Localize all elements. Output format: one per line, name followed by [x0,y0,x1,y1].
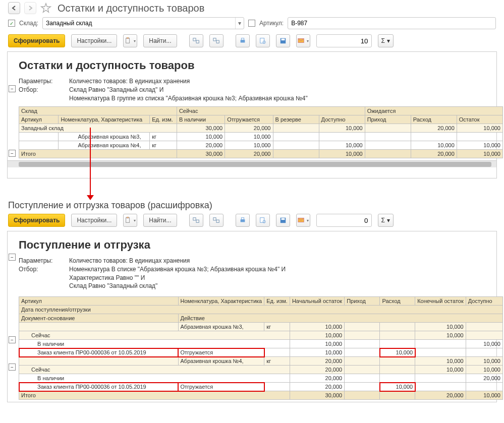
expand-icon [193,37,200,44]
footer-label: Итого [19,391,290,400]
cell: 20,000 [466,374,502,383]
tree-collapse-g1[interactable]: − [9,336,16,343]
svg-rect-2 [193,38,195,41]
collapse-groups-button-2[interactable] [209,214,223,227]
save-button-2[interactable] [276,214,290,227]
cell-nom[interactable]: Абразивная крошка №4, [178,357,264,366]
favorite-star-icon[interactable] [40,3,51,14]
printer-icon [239,217,246,224]
sum-button[interactable]: Σ▾ [378,34,394,47]
cell: 30,000 [177,124,225,133]
find-button[interactable]: Найти... [143,34,177,47]
sku-checkbox[interactable]: ✓ [248,20,255,27]
cell: 20,000 [290,357,344,366]
cell: 10,000 [319,124,365,133]
col-start: Начальный остаток [290,297,344,306]
param-value: Количество товаров: В единицах хранения [69,77,190,86]
email-button-2[interactable]: ▾ [296,214,310,227]
print-button-2[interactable] [236,214,250,227]
generate-button-2[interactable]: Сформировать [8,214,65,227]
filter-value-2: Номенклатура В группе из списка "Абразив… [69,94,308,103]
cell-unit: кг [264,323,290,331]
svg-rect-18 [216,220,219,222]
tree-collapse-g2[interactable]: − [9,364,16,371]
col-out: Расход [380,297,415,306]
drilldown-arrow-icon [90,128,91,196]
cell: 20,000 [225,124,273,133]
page-title: Остатки и доступность товаров [58,3,204,14]
svg-rect-13 [126,218,130,223]
cell-now[interactable]: Сейчас [19,331,290,340]
settings-button[interactable]: Настройки... [71,34,117,47]
col-avail: Доступно [466,297,502,306]
group-warehouse[interactable]: Западный склад [19,124,177,133]
expand-groups-button-2[interactable] [189,214,203,227]
col-avail: Доступно [319,115,365,124]
filter-v1: Номенклатура В списке "Абразивная крошка… [69,265,286,274]
cell: 10,000 [177,133,225,141]
svg-rect-1 [127,37,129,39]
param-label: Параметры: [19,77,59,86]
tree-collapse-row-button[interactable]: − [9,150,16,157]
generate-button[interactable]: Сформировать [8,34,65,47]
find-button-2[interactable]: Найти... [143,214,177,227]
tree-collapse-button[interactable]: − [9,85,16,92]
settings-label: Настройки... [77,217,111,224]
print-button[interactable] [236,34,250,47]
cell-order[interactable]: Заказ клиента ПР00-000036 от 10.05.2019 [19,383,179,391]
sku-input-wrap[interactable] [288,17,496,29]
col-expected: Ожидается [365,107,502,115]
filter-label: Отбор: [19,265,59,274]
svg-rect-21 [260,218,264,223]
cell: 10,000 [466,340,502,348]
expand-groups-button[interactable] [189,34,203,47]
col-warehouse: Склад [19,107,177,115]
cell: 10,000 [457,141,502,150]
receipt-shipment-table: Артикул Номенклатура, Характеристика Ед.… [19,296,503,400]
warehouse-input[interactable] [43,20,235,27]
nav-back-button[interactable] [8,2,20,14]
svg-rect-6 [240,40,245,42]
cell-nom[interactable]: Абразивная крошка №3, [178,323,264,331]
cell: 30,000 [290,391,344,400]
variants-button-2[interactable]: ▾ [123,214,137,227]
tree-collapse-button-2[interactable]: − [9,254,16,261]
preview-button[interactable] [256,34,270,47]
col-outgoing: Расход [411,115,457,124]
chevron-down-icon[interactable]: ▾ [235,18,244,29]
collapse-groups-button[interactable] [209,34,223,47]
settings-button-2[interactable]: Настройки... [71,214,117,227]
cell-nom[interactable]: Абразивная крошка №4, [59,141,150,150]
nav-forward-button[interactable] [24,2,36,14]
cell-nom[interactable]: Абразивная крошка №3, [59,133,150,141]
sum-button-2[interactable]: Σ▾ [378,214,394,227]
cell: 10,000 [290,323,344,331]
diskette-icon [279,217,287,224]
warehouse-checkbox[interactable]: ✓ [8,20,15,27]
entries-count-input[interactable] [316,34,372,47]
warehouse-select[interactable]: ▾ [42,17,244,29]
col-action: Действие [178,314,503,323]
variants-button[interactable]: ▾ [123,34,137,47]
svg-rect-17 [213,218,215,220]
entries-count-input-2[interactable] [316,214,372,227]
col-now: Сейчас [177,107,365,115]
cell: 10,000 [415,331,466,340]
cell-order[interactable]: Заказ клиента ПР00-000036 от 10.05.2019 [19,348,179,357]
report-heading: Остатки и доступность товаров [19,59,491,72]
clipboard-icon [125,217,132,224]
horizontal-scrollbar[interactable] [8,160,496,167]
cell-now[interactable]: Сейчас [19,366,290,374]
report2-heading: Поступление и отгрузка [19,238,491,252]
envelope-icon [298,217,305,224]
warehouse-label: Склад: [19,20,38,27]
col-date: Дата поступления/отгрузки [19,306,503,314]
cell: 10,000 [415,366,466,374]
save-button[interactable] [276,34,290,47]
col-nom: Номенклатура, Характеристика [59,115,150,124]
preview-button-2[interactable] [256,214,270,227]
sku-input[interactable] [288,20,495,27]
email-button[interactable]: ▾ [296,34,310,47]
svg-rect-19 [240,219,245,222]
cell: 10,000 [411,141,457,150]
